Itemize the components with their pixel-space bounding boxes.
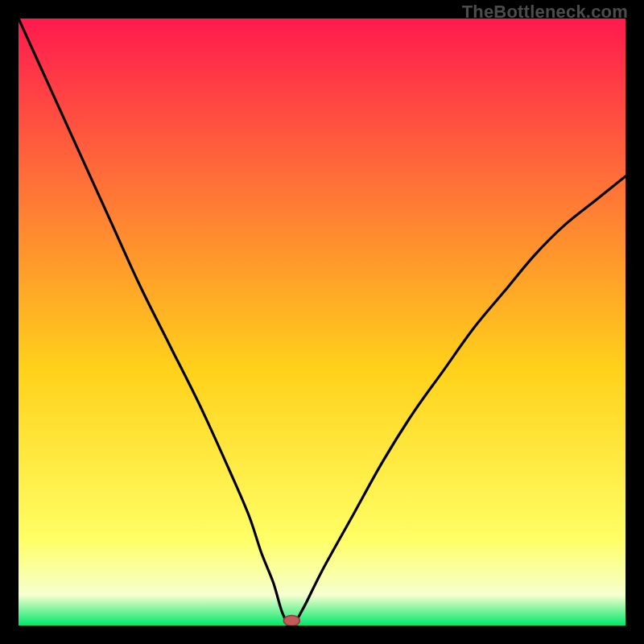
gradient-background <box>19 19 625 625</box>
bottleneck-plot <box>19 19 625 625</box>
chart-frame: TheBottleneck.com <box>0 0 644 644</box>
optimum-marker <box>283 615 299 625</box>
